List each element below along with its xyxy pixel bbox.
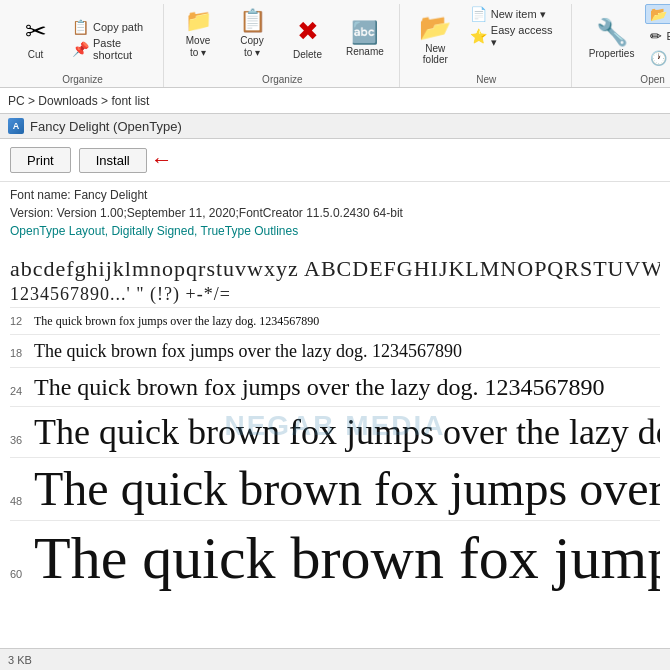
edit-label: Edit [666,30,670,42]
easy-access-label: Easy access ▾ [491,24,560,49]
copy-path-icon: 📋 [72,19,89,35]
charset-line-2: 1234567890...' " (!?) +-*/= [10,284,660,305]
sample-text: The quick brown fox jumps over the lazy … [34,372,605,402]
copy-to-label: Copyto ▾ [240,35,263,59]
main-content: A Fancy Delight (OpenType) Print Install… [0,114,670,670]
open-button[interactable]: 📂 Open ▾ [645,4,670,24]
size-label: 60 [10,568,34,580]
preview-sample-row: 12The quick brown fox jumps over the laz… [10,307,660,334]
copy-to-icon: 📋 [239,8,266,34]
paste-shortcut-button[interactable]: 📌 Paste shortcut [67,39,157,59]
new-folder-icon: 📂 [419,12,451,43]
copy-path-button[interactable]: 📋 Copy path [67,17,157,37]
easy-access-button[interactable]: ⭐ Easy access ▾ [465,26,565,46]
history-icon: 🕐 [650,50,667,66]
new-folder-button[interactable]: 📂 Newfolder [408,4,463,72]
new-item-icon: 📄 [470,6,487,22]
charset-line: abcdefghijklmnopqrstuvwxyz ABCDEFGHIJKLM… [10,256,660,282]
properties-label: Properties [589,48,635,59]
sample-text: The quick brown fox jumps over the lazy … [34,411,660,453]
font-name-value: Fancy Delight [74,188,147,202]
status-text: 3 KB [8,654,32,666]
install-arrow-icon: ← [151,147,173,173]
preview-sample-row: 24The quick brown fox jumps over the laz… [10,367,660,406]
properties-button[interactable]: 🔧 Properties [580,4,644,72]
font-name-label: Font name: [10,188,71,202]
rename-button[interactable]: 🔤 Rename [337,4,393,72]
edit-icon: ✏ [650,28,662,44]
rename-label: Rename [346,46,384,57]
paste-shortcut-label: Paste shortcut [93,37,152,61]
move-to-icon: 📁 [185,8,212,34]
font-version-label: Version: [10,206,53,220]
font-type-value: OpenType Layout, Digitally Signed, TrueT… [10,224,298,238]
copy-to-button[interactable]: 📋 Copyto ▾ [226,4,278,72]
size-label: 36 [10,434,34,446]
new-item-button[interactable]: 📄 New item ▾ [465,4,565,24]
delete-icon: ✖ [297,16,319,47]
font-preview-area: NEGAB MEDIA abcdefghijklmnopqrstuvwxyz A… [0,248,670,603]
font-title: Fancy Delight (OpenType) [30,119,182,134]
print-button[interactable]: Print [10,147,71,173]
new-folder-label: Newfolder [423,43,448,65]
font-type-line: OpenType Layout, Digitally Signed, TrueT… [10,222,660,240]
rename-icon: 🔤 [351,20,378,46]
sample-text: The quick brown fox jumps over the lazy … [34,312,319,330]
properties-icon: 🔧 [596,17,628,48]
copy-path-label: Copy path [93,21,143,33]
delete-label: Delete [293,49,322,60]
preview-sample-row: 48The quick brown fox jumps over the b [10,457,660,520]
sample-text: The quick brown fox jumps over the b [34,462,660,516]
move-to-label: Moveto ▾ [186,35,210,59]
font-info: Font name: Fancy Delight Version: Versio… [0,182,670,248]
organize-label: Organize [166,74,399,85]
size-label: 24 [10,385,34,397]
open-label: Open [574,74,670,85]
easy-access-icon: ⭐ [470,28,487,44]
preview-sample-row: 60The quick brown fox jumps ov [10,520,660,595]
paste-shortcut-icon: 📌 [72,41,89,57]
clipboard-label: Organize [2,74,163,85]
history-button[interactable]: 🕐 History [645,48,670,68]
preview-sample-row: 18The quick brown fox jumps over the laz… [10,334,660,367]
font-version-value: Version 1.00;September 11, 2020;FontCrea… [57,206,403,220]
preview-samples: 12The quick brown fox jumps over the laz… [10,307,660,595]
sample-text: The quick brown fox jumps ov [34,525,660,591]
size-label: 18 [10,347,34,359]
open-group: 🔧 Properties 📂 Open ▾ ✏ Edit 🕐 History O… [574,4,670,87]
new-item-label: New item ▾ [491,8,546,21]
size-label: 12 [10,315,34,327]
font-controls: Print Install ← [0,139,670,182]
organize-group: 📁 Moveto ▾ 📋 Copyto ▾ ✖ Delete 🔤 Rename … [166,4,400,87]
address-text: PC > Downloads > font list [8,94,149,108]
install-area: Install ← [79,147,173,173]
font-title-icon: A [8,118,24,134]
address-bar[interactable]: PC > Downloads > font list [0,88,670,114]
cut-button[interactable]: ✂ Cut [8,4,63,72]
install-button[interactable]: Install [79,148,147,173]
move-to-button[interactable]: 📁 Moveto ▾ [172,4,224,72]
cut-icon: ✂ [25,16,47,47]
edit-button[interactable]: ✏ Edit [645,26,670,46]
cut-label: Cut [28,49,44,60]
sample-text: The quick brown fox jumps over the lazy … [34,339,462,363]
ribbon: ✂ Cut 📋 Copy path 📌 Paste shortcut Organ… [0,0,670,88]
font-version-line: Version: Version 1.00;September 11, 2020… [10,204,660,222]
preview-sample-row: 36The quick brown fox jumps over the laz… [10,406,660,457]
font-name-line: Font name: Fancy Delight [10,186,660,204]
clipboard-group: ✂ Cut 📋 Copy path 📌 Paste shortcut Organ… [2,4,164,87]
status-bar: 3 KB [0,648,670,670]
size-label: 48 [10,495,34,507]
new-group: 📂 Newfolder 📄 New item ▾ ⭐ Easy access ▾… [402,4,572,87]
delete-button[interactable]: ✖ Delete [280,4,335,72]
new-label: New [402,74,571,85]
open-icon: 📂 [650,6,667,22]
font-title-bar: A Fancy Delight (OpenType) [0,114,670,139]
